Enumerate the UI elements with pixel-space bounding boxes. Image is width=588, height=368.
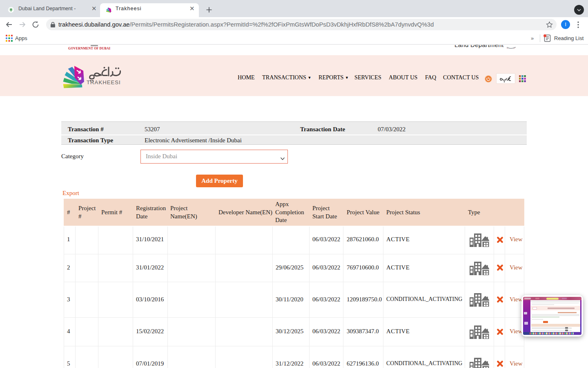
svg-text:TRAKHEESI: TRAKHEESI xyxy=(87,79,121,85)
